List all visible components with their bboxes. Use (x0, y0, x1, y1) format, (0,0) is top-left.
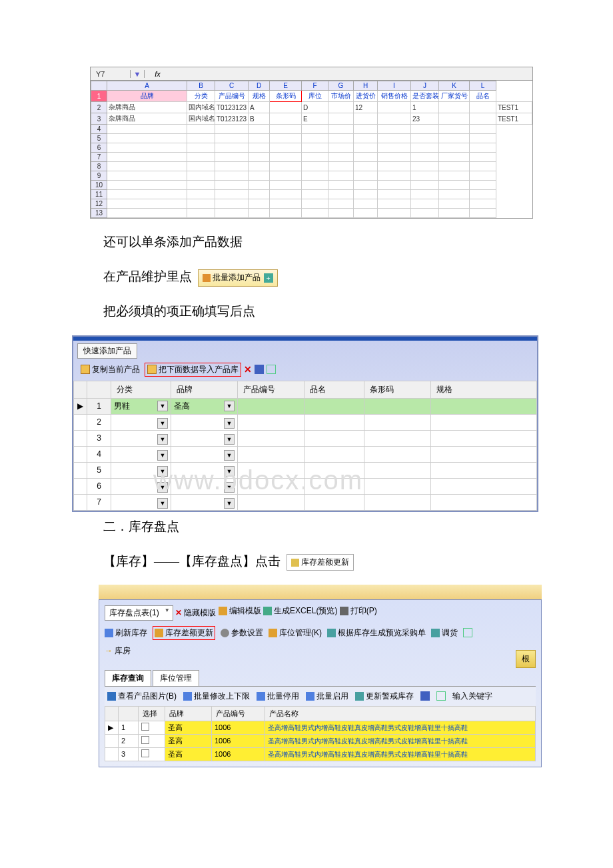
cell[interactable] (215, 134, 249, 143)
cell[interactable] (215, 125, 249, 134)
code-cell[interactable] (238, 430, 305, 446)
cell[interactable] (107, 181, 187, 190)
cell[interactable] (470, 102, 496, 113)
inventory-row[interactable]: ▶ 1 圣高 1006 圣高增高鞋男式内增高鞋皮鞋真皮增高鞋男式皮鞋增高鞋里十搞… (105, 721, 536, 734)
cell[interactable] (187, 134, 215, 143)
cell[interactable] (470, 143, 496, 153)
col-header[interactable]: J (411, 81, 439, 91)
col-header[interactable]: B (187, 81, 215, 91)
cell[interactable] (270, 209, 302, 218)
cell[interactable] (302, 125, 328, 134)
cell[interactable] (354, 134, 378, 143)
cell[interactable] (107, 199, 187, 209)
chevron-down-icon[interactable]: ▼ (224, 450, 235, 461)
cell[interactable] (187, 153, 215, 162)
refresh-icon[interactable] (436, 691, 446, 701)
data-row[interactable]: 7 (91, 153, 532, 162)
cell[interactable] (328, 125, 354, 134)
cell[interactable] (439, 209, 470, 218)
data-row[interactable]: 8 (91, 162, 532, 171)
inventory-diff-update-button[interactable]: 库存差额更新 (287, 554, 354, 571)
gen-purchase-button[interactable]: 根据库存生成预览采购单 (327, 627, 426, 639)
cell[interactable] (328, 102, 354, 113)
cell[interactable] (411, 125, 439, 134)
cell[interactable] (411, 181, 439, 190)
cell[interactable] (302, 162, 328, 171)
cell[interactable] (249, 199, 270, 209)
cell[interactable] (439, 113, 470, 125)
checkbox[interactable] (141, 749, 149, 757)
cell[interactable]: 国内域名 (187, 113, 215, 125)
cell[interactable] (470, 181, 496, 190)
spec-cell[interactable] (431, 494, 537, 510)
cell[interactable] (270, 162, 302, 171)
chevron-down-icon[interactable]: ▼ (157, 466, 168, 477)
col-header[interactable]: F (302, 81, 328, 91)
data-row[interactable]: 6 (91, 143, 532, 153)
cell[interactable] (187, 199, 215, 209)
barcode-cell[interactable] (364, 494, 431, 510)
cell[interactable] (354, 125, 378, 134)
position-manage-button[interactable]: 库位管理(K) (269, 627, 322, 639)
brand-cell[interactable]: ▼ (171, 430, 238, 446)
data-row[interactable]: 12 (91, 199, 532, 209)
cell[interactable] (439, 153, 470, 162)
grid-row[interactable]: 7 ▼ ▼ (74, 494, 537, 510)
cell[interactable] (302, 190, 328, 199)
brand-cell[interactable]: 圣高▼ (171, 398, 238, 414)
cell[interactable] (470, 162, 496, 171)
cell[interactable] (107, 190, 187, 199)
category-cell[interactable]: ▼ (111, 430, 171, 446)
cell[interactable] (470, 190, 496, 199)
category-cell[interactable]: ▼ (111, 446, 171, 462)
cell[interactable] (302, 153, 328, 162)
cell[interactable] (470, 113, 496, 125)
chevron-down-icon[interactable]: ▼ (224, 401, 235, 411)
inventory-row[interactable]: 2 圣高 1006 圣高增高鞋男式内增高鞋皮鞋真皮增高鞋男式皮鞋增高鞋里十搞高鞋 (105, 734, 536, 747)
cell[interactable] (411, 209, 439, 218)
cell[interactable] (215, 153, 249, 162)
data-row[interactable]: 9 (91, 171, 532, 181)
data-row[interactable]: 3 杂牌商品 国内域名 T0123123 B E 23 TEST1 (91, 113, 532, 125)
grid-row[interactable]: ▶ 1 男鞋▼ 圣高▼ (74, 398, 537, 414)
cell[interactable] (354, 162, 378, 171)
col-header[interactable]: K (439, 81, 470, 91)
spec-cell[interactable] (431, 478, 537, 494)
copy-current-product-button[interactable]: 复制当前产品 (79, 363, 142, 376)
cell[interactable] (215, 209, 249, 218)
cell[interactable] (354, 199, 378, 209)
chevron-down-icon[interactable]: ▼ (224, 434, 235, 445)
cell[interactable] (215, 162, 249, 171)
template-dropdown[interactable]: 库存盘点表(1) (105, 605, 173, 621)
brand-cell[interactable]: ▼ (171, 462, 238, 478)
grid-row[interactable]: 5 ▼ ▼ (74, 462, 537, 478)
cell[interactable] (328, 190, 354, 199)
right-action-button[interactable]: 根 (516, 650, 536, 668)
data-row[interactable]: 11 (91, 190, 532, 199)
update-warning-stock-button[interactable]: 更新警戒库存 (355, 691, 414, 702)
data-row[interactable]: 10 (91, 181, 532, 190)
cell[interactable] (328, 209, 354, 218)
col-header[interactable]: C (215, 81, 249, 91)
data-row[interactable]: 2 杂牌商品 国内域名 T0123123 A D 12 1 TEST1 (91, 102, 532, 113)
select-cell[interactable] (139, 721, 165, 734)
cell[interactable] (354, 143, 378, 153)
select-cell[interactable] (139, 734, 165, 747)
cell[interactable] (439, 162, 470, 171)
name-cell[interactable] (305, 494, 364, 510)
grid-row[interactable]: 4 ▼ ▼ (74, 446, 537, 462)
grid-row[interactable]: 6 ▼ ▼ (74, 478, 537, 494)
cell[interactable] (411, 153, 439, 162)
cell[interactable] (378, 113, 411, 125)
cell[interactable] (354, 171, 378, 181)
cell[interactable] (328, 153, 354, 162)
cell[interactable] (354, 209, 378, 218)
cell[interactable] (249, 171, 270, 181)
cell[interactable] (439, 134, 470, 143)
cell[interactable] (302, 209, 328, 218)
name-cell[interactable] (305, 462, 364, 478)
inventory-diff-update-button[interactable]: 库存差额更新 (153, 626, 215, 640)
grid-row[interactable]: 2 ▼ ▼ (74, 414, 537, 430)
import-to-product-db-button[interactable]: 把下面数据导入产品库 (145, 363, 241, 377)
cell[interactable]: 国内域名 (187, 102, 215, 113)
